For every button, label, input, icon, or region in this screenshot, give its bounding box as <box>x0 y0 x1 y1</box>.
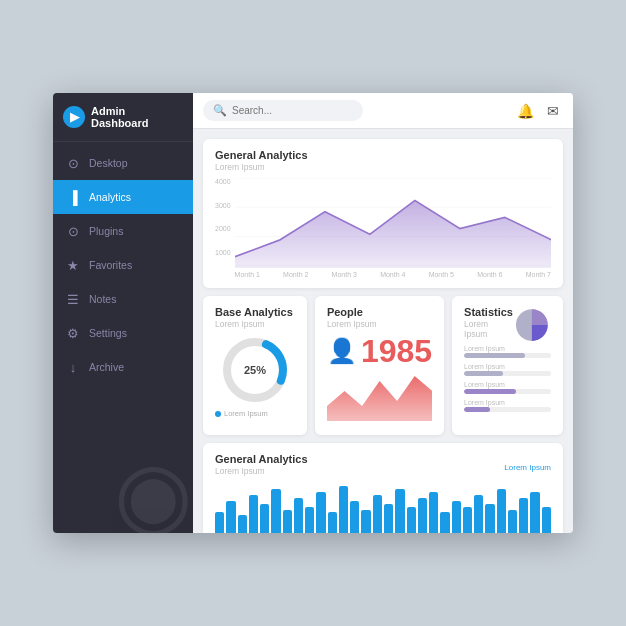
sidebar-label-plugins: Plugins <box>89 225 123 237</box>
settings-icon: ⚙ <box>65 325 81 341</box>
stat-label-2: Lorem Ipsum <box>464 363 551 370</box>
bar-col-23 <box>474 495 483 533</box>
bar-col-21 <box>452 501 461 533</box>
area-chart-inner: Month 1 Month 2 Month 3 Month 4 Month 5 … <box>235 178 551 278</box>
x-label-6: Month 6 <box>477 271 502 278</box>
sidebar-item-archive[interactable]: ↓ Archive <box>53 350 193 384</box>
bar-col-7 <box>294 498 303 533</box>
people-chart <box>327 371 432 421</box>
bottom-link[interactable]: Lorem Ipsum <box>504 463 551 472</box>
y-label-4: 4000 <box>215 178 231 185</box>
sidebar-nav: ⊙ Desktop ▐ Analytics ⊙ Plugins ★ Favori… <box>53 142 193 384</box>
statistics-title: Statistics <box>464 306 513 318</box>
search-box[interactable]: 🔍 <box>203 100 363 121</box>
desktop-icon: ⊙ <box>65 155 81 171</box>
donut-legend: Lorem Ipsum <box>215 409 295 418</box>
sidebar-label-favorites: Favorites <box>89 259 132 271</box>
topbar: 🔍 🔔 ✉ <box>193 93 573 129</box>
general-analytics-subtitle: Lorem Ipsum <box>215 162 551 172</box>
bar-col-16 <box>395 489 404 533</box>
people-count-row: 👤 1985 <box>327 335 432 367</box>
bar-col-10 <box>328 512 337 533</box>
bar-col-22 <box>463 507 472 533</box>
bar-col-12 <box>350 501 359 533</box>
base-analytics-title: Base Analytics <box>215 306 295 318</box>
bar-col-8 <box>305 507 314 533</box>
plugins-icon: ⊙ <box>65 223 81 239</box>
x-label-3: Month 3 <box>332 271 357 278</box>
bar-col-6 <box>283 510 292 533</box>
sidebar-item-plugins[interactable]: ⊙ Plugins <box>53 214 193 248</box>
donut-chart: 25% <box>215 335 295 405</box>
people-card: People Lorem Ipsum 👤 1985 <box>315 296 444 435</box>
people-subtitle: Lorem Ipsum <box>327 319 432 329</box>
stat-bar-4: Lorem Ipsum <box>464 399 551 412</box>
bar-col-17 <box>407 507 416 533</box>
bar-col-3 <box>249 495 258 533</box>
sidebar: ▶ Admin Dashboard ⊙ Desktop ▐ Analytics … <box>53 93 193 533</box>
bar-col-15 <box>384 504 393 533</box>
bar-col-0 <box>215 512 224 533</box>
general-analytics-card: General Analytics Lorem Ipsum 4000 3000 … <box>203 139 563 288</box>
sidebar-header: ▶ Admin Dashboard <box>53 93 193 142</box>
donut-label-text: Lorem Ipsum <box>224 409 268 418</box>
sidebar-item-analytics[interactable]: ▐ Analytics <box>53 180 193 214</box>
y-label-3: 3000 <box>215 202 231 209</box>
favorites-icon: ★ <box>65 257 81 273</box>
y-axis-labels: 4000 3000 2000 1000 <box>215 178 231 258</box>
bar-col-25 <box>497 489 506 533</box>
y-label-1: 1000 <box>215 249 231 256</box>
sidebar-watermark: ◉ <box>93 433 193 533</box>
bar-col-28 <box>530 492 539 533</box>
sidebar-label-desktop: Desktop <box>89 157 128 169</box>
sidebar-item-settings[interactable]: ⚙ Settings <box>53 316 193 350</box>
svg-text:25%: 25% <box>244 364 266 376</box>
bar-col-18 <box>418 498 427 533</box>
bar-col-14 <box>373 495 382 533</box>
x-label-5: Month 5 <box>429 271 454 278</box>
bar-col-24 <box>485 504 494 533</box>
people-icon: 👤 <box>327 339 357 363</box>
notes-icon: ☰ <box>65 291 81 307</box>
stat-bar-2: Lorem Ipsum <box>464 363 551 376</box>
bar-col-1 <box>226 501 235 533</box>
statistics-subtitle: Lorem Ipsum <box>464 319 513 339</box>
x-label-1: Month 1 <box>235 271 260 278</box>
bar-col-27 <box>519 498 528 533</box>
general-analytics-bottom-card: General Analytics Lorem Ipsum Lorem Ipsu… <box>203 443 563 533</box>
bottom-title: General Analytics <box>215 453 308 465</box>
bar-col-26 <box>508 510 517 533</box>
general-analytics-title: General Analytics <box>215 149 551 161</box>
bar-col-5 <box>271 489 280 533</box>
stat-label-3: Lorem Ipsum <box>464 381 551 388</box>
search-input[interactable] <box>232 105 353 116</box>
notification-icon[interactable]: 🔔 <box>515 101 535 121</box>
sidebar-label-analytics: Analytics <box>89 191 131 203</box>
bottom-bar-chart <box>215 486 551 533</box>
x-label-4: Month 4 <box>380 271 405 278</box>
main-panel: 🔍 🔔 ✉ General Analytics Lorem Ipsum 4000… <box>193 93 573 533</box>
bar-col-9 <box>316 492 325 533</box>
area-chart <box>235 178 551 268</box>
stats-bars: Lorem Ipsum Lorem Ipsum Lorem Ipsum <box>464 345 551 412</box>
bottom-card-header: General Analytics Lorem Ipsum Lorem Ipsu… <box>215 453 551 482</box>
message-icon[interactable]: ✉ <box>543 101 563 121</box>
stat-bar-1: Lorem Ipsum <box>464 345 551 358</box>
stat-bar-3: Lorem Ipsum <box>464 381 551 394</box>
bar-col-4 <box>260 504 269 533</box>
stat-label-4: Lorem Ipsum <box>464 399 551 406</box>
donut-dot <box>215 411 221 417</box>
sidebar-item-favorites[interactable]: ★ Favorites <box>53 248 193 282</box>
bottom-subtitle: Lorem Ipsum <box>215 466 308 476</box>
x-axis-labels: Month 1 Month 2 Month 3 Month 4 Month 5 … <box>235 271 551 278</box>
bar-col-19 <box>429 492 438 533</box>
sidebar-item-notes[interactable]: ☰ Notes <box>53 282 193 316</box>
sidebar-item-desktop[interactable]: ⊙ Desktop <box>53 146 193 180</box>
statistics-card: Statistics Lorem Ipsum Lorem Ipsum <box>452 296 563 435</box>
bar-col-11 <box>339 486 348 533</box>
app-title: Admin Dashboard <box>91 105 183 129</box>
logo-icon: ▶ <box>63 106 85 128</box>
topbar-actions: 🔔 ✉ <box>515 101 563 121</box>
base-analytics-subtitle: Lorem Ipsum <box>215 319 295 329</box>
people-title: People <box>327 306 432 318</box>
